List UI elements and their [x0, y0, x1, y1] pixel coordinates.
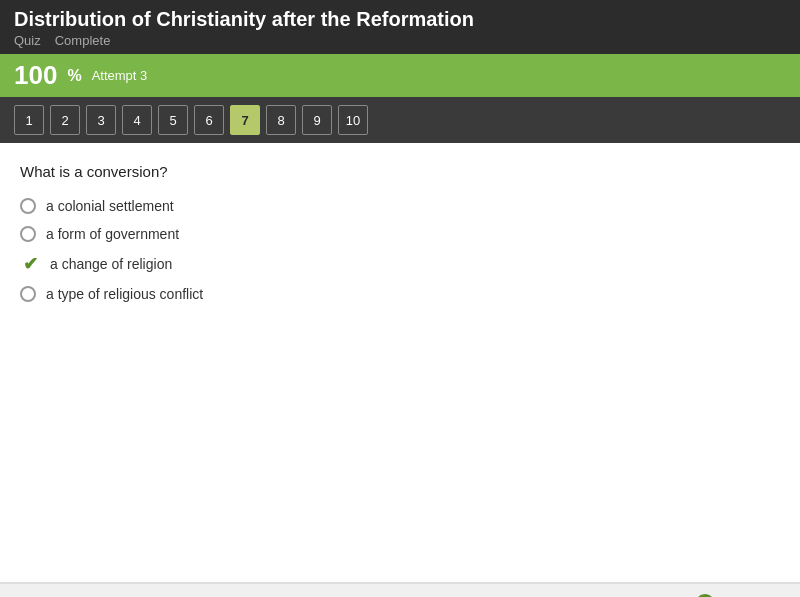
- nav-button-8[interactable]: 8: [266, 105, 296, 135]
- page-title: Distribution of Christianity after the R…: [14, 8, 786, 31]
- radio-circle: [20, 198, 36, 214]
- header: Distribution of Christianity after the R…: [0, 0, 800, 54]
- radio-circle: [20, 226, 36, 242]
- answer-text-2: a form of government: [46, 226, 179, 242]
- correct-check-icon: ✔: [20, 254, 40, 274]
- score-attempt: Attempt 3: [92, 68, 148, 83]
- footer: ✓ Submitted: [0, 583, 800, 597]
- answer-text-4: a type of religious conflict: [46, 286, 203, 302]
- answers-container: a colonial settlementa form of governmen…: [20, 198, 780, 302]
- question-text: What is a conversion?: [20, 163, 780, 180]
- answer-option-3[interactable]: ✔a change of religion: [20, 254, 780, 274]
- score-value: 100: [14, 60, 57, 91]
- answer-option-4[interactable]: a type of religious conflict: [20, 286, 780, 302]
- status-label: Complete: [55, 33, 111, 48]
- submitted-badge: ✓ Submitted: [695, 594, 784, 598]
- nav-button-6[interactable]: 6: [194, 105, 224, 135]
- radio-circle: [20, 286, 36, 302]
- nav-button-3[interactable]: 3: [86, 105, 116, 135]
- nav-button-4[interactable]: 4: [122, 105, 152, 135]
- answer-option-2[interactable]: a form of government: [20, 226, 780, 242]
- score-percent: %: [67, 67, 81, 85]
- answer-text-1: a colonial settlement: [46, 198, 174, 214]
- nav-button-2[interactable]: 2: [50, 105, 80, 135]
- submitted-check-icon: ✓: [695, 594, 715, 598]
- header-meta: Quiz Complete: [14, 33, 786, 48]
- answer-text-3: a change of religion: [50, 256, 172, 272]
- nav-button-10[interactable]: 10: [338, 105, 368, 135]
- score-bar: 100 % Attempt 3: [0, 54, 800, 97]
- nav-button-7[interactable]: 7: [230, 105, 260, 135]
- nav-button-1[interactable]: 1: [14, 105, 44, 135]
- question-nav: 12345678910: [0, 97, 800, 143]
- answer-option-1[interactable]: a colonial settlement: [20, 198, 780, 214]
- quiz-label: Quiz: [14, 33, 41, 48]
- nav-button-9[interactable]: 9: [302, 105, 332, 135]
- main-content: What is a conversion? a colonial settlem…: [0, 143, 800, 583]
- nav-button-5[interactable]: 5: [158, 105, 188, 135]
